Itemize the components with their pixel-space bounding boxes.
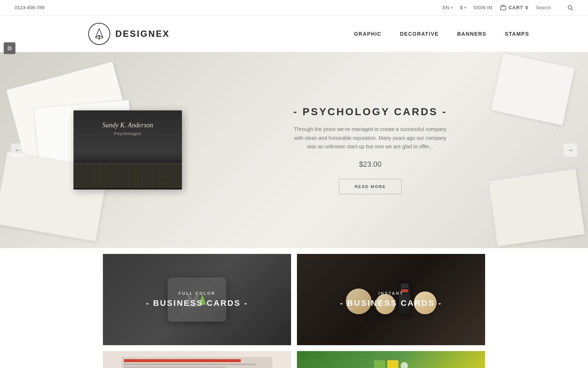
- nav-banners[interactable]: BANNERS: [457, 31, 487, 37]
- product-title-1: - BUSINESS CARDS -: [146, 298, 248, 308]
- bottom-product-card-2[interactable]: [297, 351, 485, 368]
- gear-icon: ⚙: [7, 45, 12, 52]
- read-more-button[interactable]: READ MORE: [339, 179, 402, 194]
- lang-label: EN: [442, 5, 449, 10]
- product-title-2: - BUSINESS CARDS -: [340, 298, 442, 308]
- next-slide-button[interactable]: →: [564, 144, 577, 157]
- header: DESIGNEX GRAPHIC DECORATIVE BANNERS STAM…: [0, 15, 588, 52]
- nav-stamps[interactable]: STAMPS: [505, 31, 529, 37]
- bottom-card-bg-1: [103, 351, 291, 368]
- search-icon: [567, 5, 573, 11]
- phone-number: 0123-456-789: [15, 5, 44, 10]
- prev-slide-button[interactable]: ←: [11, 144, 24, 157]
- card-title: Psychologist: [114, 131, 141, 136]
- svg-point-1: [568, 6, 572, 9]
- product-card-instant[interactable]: INSTANT - BUSINESS CARDS -: [297, 254, 485, 345]
- bottom-product-card-1[interactable]: [103, 351, 291, 368]
- hero-product-image: Sandy K. Anderson Psychologist: [74, 110, 182, 190]
- currency-label: $: [460, 5, 463, 10]
- currency-chevron-icon: ▾: [464, 6, 466, 10]
- cart-label: CART: [509, 5, 523, 10]
- top-bar-right: EN ▾ $ ▾ SIGN IN CART 0: [442, 5, 573, 11]
- card-ornament: [74, 156, 182, 190]
- hero-title: - PSYCHOLOGY CARDS -: [226, 106, 514, 118]
- bottom-card-bg-2: [297, 351, 485, 368]
- logo-text: DESIGNEX: [115, 29, 170, 39]
- search-input[interactable]: [536, 5, 565, 10]
- product-sub-1: FULL COLOR: [179, 291, 216, 296]
- product-card-fullcolor[interactable]: FULL COLOR - BUSINESS CARDS -: [103, 254, 291, 345]
- lang-chevron-icon: ▾: [451, 6, 453, 10]
- language-selector[interactable]: EN ▾: [442, 5, 452, 10]
- product-sub-2: INSTANT: [379, 291, 404, 296]
- svg-line-2: [571, 9, 573, 10]
- product-card-overlay-1: FULL COLOR - BUSINESS CARDS -: [103, 254, 291, 345]
- hero-text: - PSYCHOLOGY CARDS - Through the years w…: [226, 106, 514, 194]
- hero-description: Through the years we've managed to creat…: [290, 125, 451, 151]
- card-name: Sandy K. Anderson: [102, 121, 153, 129]
- main-nav: GRAPHIC DECORATIVE BANNERS STAMPS: [354, 31, 529, 37]
- search-button[interactable]: [567, 5, 573, 11]
- search-area[interactable]: [536, 5, 573, 11]
- top-bar: 0123-456-789 EN ▾ $ ▾ SIGN IN CART 0: [0, 0, 588, 15]
- arrow-left-icon: ←: [14, 146, 21, 154]
- currency-selector[interactable]: $ ▾: [460, 5, 466, 10]
- cart-count: 0: [526, 5, 528, 10]
- top-bar-left: 0123-456-789: [15, 5, 44, 10]
- svg-point-5: [98, 39, 100, 40]
- cart-icon: [500, 5, 506, 11]
- cart-area[interactable]: CART 0: [500, 5, 528, 11]
- hero-content: Sandy K. Anderson Psychologist - PSYCHOL…: [0, 106, 588, 194]
- product-card-overlay-2: INSTANT - BUSINESS CARDS -: [297, 254, 485, 345]
- nav-decorative[interactable]: DECORATIVE: [400, 31, 439, 37]
- nav-graphic[interactable]: GRAPHIC: [354, 31, 381, 37]
- logo-area[interactable]: DESIGNEX: [88, 23, 170, 45]
- sign-in-button[interactable]: SIGN IN: [473, 5, 492, 10]
- hero-slider: ← Sandy K. Anderson Psychologist - PSYCH…: [0, 52, 588, 248]
- settings-widget[interactable]: ⚙: [4, 42, 15, 54]
- logo-icon: [88, 23, 110, 45]
- hero-price: $23.00: [226, 160, 514, 169]
- arrow-right-icon: →: [567, 146, 574, 154]
- svg-rect-0: [501, 6, 506, 10]
